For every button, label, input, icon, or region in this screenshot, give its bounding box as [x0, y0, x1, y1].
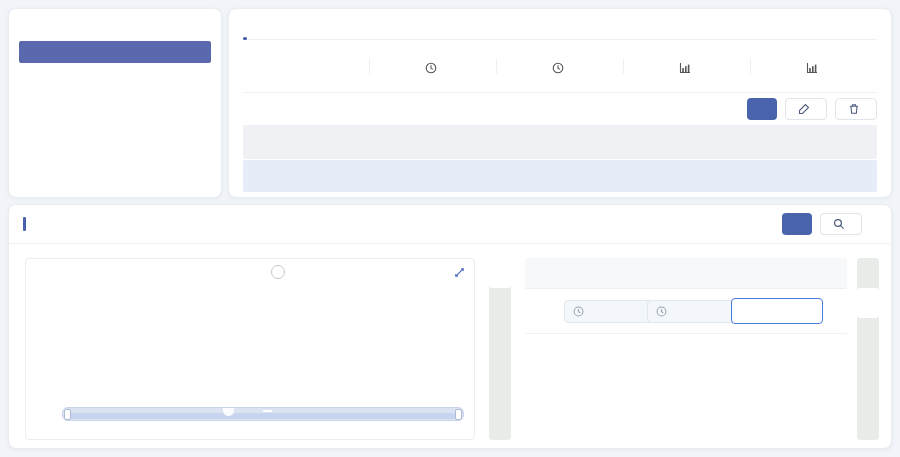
stats-row	[243, 40, 877, 93]
top-row	[8, 8, 892, 198]
stat-price-lower-wrap	[806, 62, 822, 74]
chart-box	[25, 258, 475, 440]
plan-table-row[interactable]	[243, 160, 877, 192]
detail-content	[9, 244, 891, 448]
stat-demand-label-wrap	[552, 62, 568, 74]
clock-icon	[573, 306, 584, 317]
quote-table-header	[525, 258, 847, 289]
data-zoom-slider[interactable]	[62, 407, 464, 421]
clock-icon	[656, 306, 667, 317]
declare-tab-table[interactable]	[489, 288, 511, 318]
stat-price-lower	[750, 59, 877, 74]
trash-icon	[848, 103, 860, 115]
price-input[interactable]	[731, 298, 823, 324]
import-button[interactable]	[782, 213, 812, 235]
clock-icon	[552, 62, 564, 74]
quote-tab-table[interactable]	[857, 288, 879, 318]
stat-price-upper	[623, 59, 750, 74]
bar-chart-icon	[679, 62, 691, 74]
declare-view-tabs	[489, 258, 511, 440]
quote-section	[525, 252, 879, 440]
bar-chart-icon	[806, 62, 818, 74]
slider-minimap-notch	[223, 408, 234, 416]
declare-tab-chart[interactable]	[489, 258, 511, 288]
plan-actions	[747, 98, 877, 120]
stat-price-upper-wrap	[679, 62, 695, 74]
stat-demand-period	[496, 59, 623, 74]
plan-info-bar	[243, 93, 877, 125]
help-icon[interactable]	[271, 265, 285, 279]
calendar-header	[19, 14, 211, 40]
start-time-input[interactable]	[564, 300, 652, 323]
declare-chart-area	[25, 258, 511, 440]
fullscreen-expand-icon[interactable]	[453, 266, 466, 279]
calendar-panel	[8, 8, 222, 198]
detail-header	[9, 205, 891, 244]
weekday-header-row	[19, 41, 211, 63]
quote-table	[525, 258, 847, 440]
stat-delivery-label-wrap	[425, 62, 441, 74]
detail-title-wrap	[23, 217, 782, 231]
quote-price-cell	[731, 298, 815, 324]
tab-0826[interactable]	[243, 31, 247, 39]
quote-table-row	[525, 289, 847, 334]
clock-icon	[425, 62, 437, 74]
detail-actions	[782, 213, 862, 235]
quote-view-tabs	[857, 258, 879, 440]
title-accent-bar	[23, 217, 26, 231]
quote-tab-chart[interactable]	[857, 258, 879, 288]
edit-icon	[798, 103, 810, 115]
slider-grip	[263, 410, 272, 412]
search-icon	[833, 218, 845, 230]
audit-button[interactable]	[820, 213, 862, 235]
quote-end-cell	[647, 300, 731, 323]
bid-detail-panel	[228, 8, 892, 198]
quote-area	[525, 258, 879, 440]
add-button[interactable]	[747, 98, 777, 120]
detail-bottom-panel	[8, 204, 892, 449]
edit-button[interactable]	[785, 98, 827, 120]
plan-table-header	[243, 125, 877, 159]
tab-row	[243, 9, 877, 40]
stat-delivery-date	[369, 59, 496, 74]
chart-toolbar	[34, 265, 466, 279]
slider-left-handle[interactable]	[64, 409, 71, 420]
declare-section	[25, 252, 511, 440]
stat-deadline	[243, 65, 369, 68]
quote-start-cell	[564, 300, 648, 323]
declaration-line-chart[interactable]	[34, 281, 466, 405]
delete-button[interactable]	[835, 98, 877, 120]
end-time-input[interactable]	[647, 300, 735, 323]
slider-right-handle[interactable]	[455, 409, 462, 420]
virtual-power-plant-bidding-page	[0, 0, 900, 457]
